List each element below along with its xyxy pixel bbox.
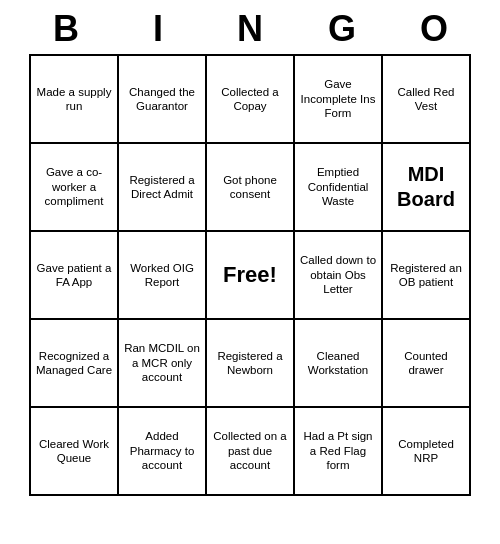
bingo-cell[interactable]: Registered a Newborn bbox=[207, 320, 295, 408]
bingo-cell[interactable]: Collected on a past due account bbox=[207, 408, 295, 496]
bingo-cell[interactable]: Added Pharmacy to account bbox=[119, 408, 207, 496]
bingo-letter: N bbox=[208, 8, 292, 50]
bingo-header: BINGO bbox=[20, 0, 480, 54]
bingo-letter: I bbox=[116, 8, 200, 50]
bingo-cell[interactable]: Ran MCDIL on a MCR only account bbox=[119, 320, 207, 408]
bingo-cell[interactable]: Gave a co-worker a compliment bbox=[31, 144, 119, 232]
bingo-cell[interactable]: Collected a Copay bbox=[207, 56, 295, 144]
bingo-cell[interactable]: Emptied Confidential Waste bbox=[295, 144, 383, 232]
bingo-cell[interactable]: Gave patient a FA App bbox=[31, 232, 119, 320]
bingo-cell[interactable]: MDI Board bbox=[383, 144, 471, 232]
bingo-letter: B bbox=[24, 8, 108, 50]
bingo-cell[interactable]: Called down to obtain Obs Letter bbox=[295, 232, 383, 320]
bingo-cell[interactable]: Changed the Guarantor bbox=[119, 56, 207, 144]
bingo-letter: G bbox=[300, 8, 384, 50]
bingo-grid: Made a supply runChanged the GuarantorCo… bbox=[29, 54, 471, 496]
bingo-cell[interactable]: Made a supply run bbox=[31, 56, 119, 144]
bingo-cell[interactable]: Completed NRP bbox=[383, 408, 471, 496]
bingo-letter: O bbox=[392, 8, 476, 50]
bingo-cell[interactable]: Registered a Direct Admit bbox=[119, 144, 207, 232]
bingo-cell[interactable]: Registered an OB patient bbox=[383, 232, 471, 320]
bingo-cell[interactable]: Got phone consent bbox=[207, 144, 295, 232]
free-space[interactable]: Free! bbox=[207, 232, 295, 320]
bingo-cell[interactable]: Gave Incomplete Ins Form bbox=[295, 56, 383, 144]
bingo-cell[interactable]: Cleaned Workstation bbox=[295, 320, 383, 408]
bingo-cell[interactable]: Worked OIG Report bbox=[119, 232, 207, 320]
bingo-cell[interactable]: Had a Pt sign a Red Flag form bbox=[295, 408, 383, 496]
bingo-cell[interactable]: Counted drawer bbox=[383, 320, 471, 408]
bingo-cell[interactable]: Called Red Vest bbox=[383, 56, 471, 144]
bingo-cell[interactable]: Recognized a Managed Care bbox=[31, 320, 119, 408]
bingo-cell[interactable]: Cleared Work Queue bbox=[31, 408, 119, 496]
